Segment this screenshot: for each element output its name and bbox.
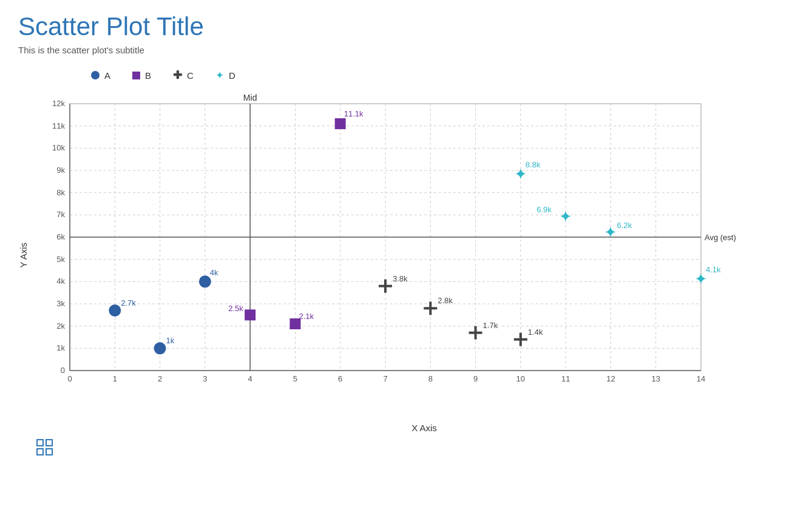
svg-text:6: 6 [338,374,342,383]
svg-text:1k: 1k [166,336,175,345]
svg-point-63 [109,304,121,317]
svg-text:10: 10 [516,374,525,383]
legend-label-c: C [187,70,194,81]
svg-rect-73 [335,118,346,129]
svg-text:7: 7 [383,374,387,383]
svg-text:8: 8 [428,374,433,383]
svg-text:12: 12 [606,374,615,383]
svg-text:9: 9 [473,374,478,383]
svg-text:Avg (est): Avg (est) [705,233,736,242]
legend-label-d: D [229,70,235,81]
legend-circle-a [91,71,100,79]
svg-point-67 [199,275,211,287]
svg-text:3.8k: 3.8k [393,274,408,283]
svg-text:1k: 1k [56,343,65,352]
legend-item-b: B [132,70,151,81]
legend-item-d: ✦ D [215,70,235,81]
legend: A B ✚ C ✦ D [91,70,794,81]
chart-svg: 01k2k3k4k5k6k7k8k9k10k11k12k012345678910… [33,92,762,419]
y-axis-label: Y Axis [18,243,29,267]
svg-text:13: 13 [651,374,660,383]
svg-text:4k: 4k [210,268,218,277]
svg-point-65 [154,342,166,354]
svg-text:4: 4 [248,374,252,383]
svg-text:3k: 3k [56,299,65,308]
svg-text:6.9k: 6.9k [536,205,552,214]
chart-subtitle: This is the scatter plot's subtitle [18,45,794,55]
svg-text:7k: 7k [56,210,65,219]
svg-text:8k: 8k [56,188,65,197]
legend-label-a: A [104,70,110,81]
plot-wrapper: 01k2k3k4k5k6k7k8k9k10k11k12k012345678910… [33,92,794,419]
chart-title: Scatter Plot Title [18,12,794,41]
svg-text:✦: ✦ [559,207,572,226]
svg-text:4.1k: 4.1k [706,265,721,274]
svg-text:✦: ✦ [604,223,617,241]
svg-text:2k: 2k [56,321,65,331]
svg-text:6k: 6k [56,232,65,241]
svg-text:0: 0 [67,374,72,383]
svg-rect-85 [514,338,527,341]
legend-square-b [132,72,140,79]
bottom-icon-cell-2 [46,439,53,446]
x-axis-label: X Axis [55,423,794,433]
svg-text:2.1k: 2.1k [299,312,314,321]
bottom-icon-cell-4 [46,448,53,455]
legend-plus-c: ✚ [173,70,182,81]
legend-item-c: ✚ C [173,70,194,81]
svg-text:9k: 9k [56,166,65,175]
legend-label-b: B [145,70,151,81]
svg-text:1.7k: 1.7k [483,321,498,330]
legend-item-a: A [91,70,110,81]
svg-text:2.5k: 2.5k [228,304,243,313]
svg-text:1: 1 [113,374,117,383]
svg-text:6.2k: 6.2k [617,221,632,230]
svg-text:2.8k: 2.8k [438,296,453,305]
svg-text:1.4k: 1.4k [528,327,543,337]
svg-rect-76 [379,285,392,287]
svg-text:5: 5 [293,374,297,383]
svg-text:Mid: Mid [243,93,257,102]
svg-text:4k: 4k [56,277,65,286]
svg-text:2: 2 [158,374,162,383]
svg-rect-82 [469,332,482,334]
svg-text:2.7k: 2.7k [121,298,136,307]
svg-text:11k: 11k [52,121,65,130]
svg-text:3: 3 [203,374,207,383]
bottom-icon-grid [36,439,53,455]
svg-rect-69 [245,309,255,320]
svg-rect-79 [424,307,437,309]
svg-text:11.1k: 11.1k [344,109,364,118]
chart-container: Y Axis 01k2k3k4k5k6k7k8k9k10k11k12k01234… [18,92,794,419]
svg-text:12k: 12k [52,99,65,108]
svg-text:5k: 5k [56,255,65,264]
svg-text:11: 11 [561,374,570,383]
svg-text:0: 0 [61,366,65,375]
bottom-icon-cell-1 [36,439,44,446]
bottom-icon-cell-3 [36,448,44,455]
bottom-icons [36,439,794,455]
legend-star-d: ✦ [215,70,224,81]
svg-text:8.8k: 8.8k [526,160,541,169]
svg-text:10k: 10k [52,143,65,152]
svg-text:14: 14 [697,374,705,383]
